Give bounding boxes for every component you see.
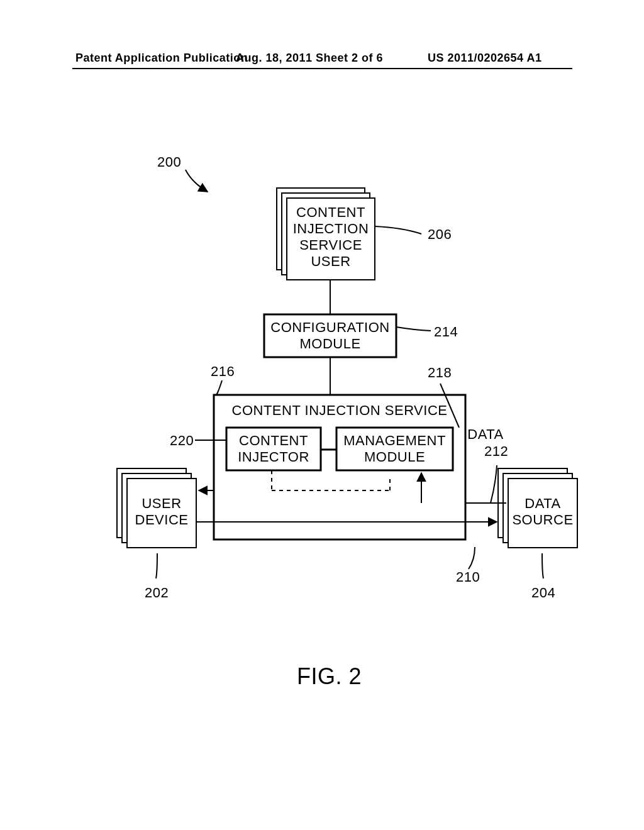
figure-caption: FIG. 2 bbox=[297, 663, 362, 690]
ref-210-leader bbox=[469, 547, 475, 569]
text-cis-user: CONTENT INJECTION SERVICE USER bbox=[287, 204, 375, 270]
ref-220: 220 bbox=[170, 433, 194, 449]
ref-218: 218 bbox=[428, 365, 452, 381]
text-data: DATA bbox=[467, 426, 504, 443]
ref-202-leader bbox=[156, 553, 157, 578]
ref-204: 204 bbox=[531, 585, 555, 601]
ref-214-leader bbox=[396, 327, 431, 331]
text-config: CONFIGURATION MODULE bbox=[264, 319, 396, 352]
ref-216: 216 bbox=[211, 363, 235, 380]
ref-214: 214 bbox=[434, 324, 458, 340]
ref-200: 200 bbox=[157, 154, 181, 170]
text-user-device: USER DEVICE bbox=[127, 495, 196, 528]
page: Patent Application Publication Aug. 18, … bbox=[0, 0, 644, 830]
ref-212: 212 bbox=[484, 443, 508, 460]
ref-206: 206 bbox=[428, 226, 452, 243]
ref-212-leader bbox=[491, 465, 497, 503]
text-injector: CONTENT INJECTOR bbox=[226, 433, 321, 465]
ref-216-leader bbox=[216, 380, 222, 395]
ref-200-leader bbox=[186, 170, 208, 192]
ref-202: 202 bbox=[145, 585, 169, 601]
text-mgmt: MANAGEMENT MODULE bbox=[336, 433, 453, 465]
text-service: CONTENT INJECTION SERVICE bbox=[214, 402, 465, 419]
ref-210: 210 bbox=[456, 569, 480, 585]
ref-204-leader bbox=[542, 553, 543, 578]
text-data-source: DATA SOURCE bbox=[508, 495, 577, 528]
ref-206-leader bbox=[375, 226, 421, 234]
